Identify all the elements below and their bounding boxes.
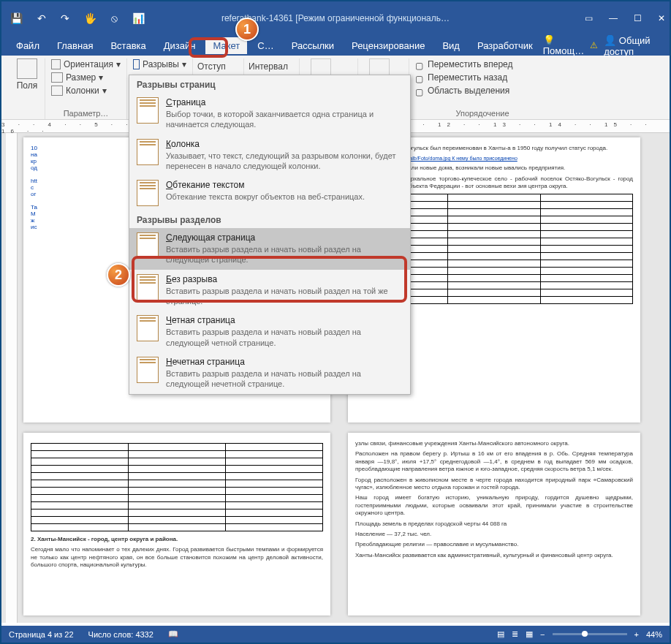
tab-file[interactable]: Файл: [9, 37, 47, 54]
break-continuous[interactable]: Без разрываВставить разрыв раздела и нач…: [129, 270, 410, 311]
status-word-count[interactable]: Число слов: 4332: [88, 630, 153, 639]
size-button[interactable]: Размер ▾: [50, 72, 122, 83]
break-even-page[interactable]: Четная страницаВставить разрыв раздела и…: [129, 311, 410, 352]
table: [31, 443, 323, 531]
minimize-icon[interactable]: —: [609, 13, 618, 23]
group-page-setup: Параметр…: [45, 109, 126, 118]
tab-developer[interactable]: Разработчик: [470, 37, 540, 54]
zoom-in-button[interactable]: +: [634, 630, 639, 639]
selection-pane-button: ▢Область выделения: [414, 85, 551, 96]
ribbon-tabs: Файл Главная Вставка Дизайн Макет С… Рас…: [1, 35, 670, 56]
maximize-icon[interactable]: ☐: [634, 13, 642, 23]
zoom-out-button[interactable]: −: [540, 630, 545, 639]
group-arrange: Упорядочение: [409, 109, 556, 118]
columns-button[interactable]: Колонки ▾: [50, 85, 122, 96]
selection-pane-icon: ▢: [415, 87, 425, 95]
continuous-break-icon: [137, 274, 159, 300]
view-print-icon[interactable]: ≣: [512, 629, 518, 639]
tab-design[interactable]: Дизайн: [156, 37, 203, 54]
send-backward-button: ▢Переместить назад: [414, 72, 551, 83]
break-text-wrapping[interactable]: Обтекание текстомОбтекание текста вокруг…: [129, 175, 410, 211]
orientation-button[interactable]: Ориентация ▾: [50, 58, 122, 70]
touch-icon[interactable]: 🖐: [84, 12, 96, 25]
save-icon[interactable]: 💾: [10, 12, 23, 25]
tab-review[interactable]: Рецензирование: [344, 37, 432, 54]
margins-label: Поля: [17, 80, 38, 91]
tell-me[interactable]: 💡 Помощ…: [543, 34, 584, 56]
text-wrap-break-icon: [137, 180, 159, 206]
zoom-level[interactable]: 44%: [646, 630, 662, 639]
zoom-slider[interactable]: [553, 633, 627, 635]
break-next-page[interactable]: Следующая страницаВставить разрыв раздел…: [129, 228, 410, 270]
break-page[interactable]: ССтраницатраницаВыбор точки, в которой з…: [129, 93, 410, 135]
close-icon[interactable]: ✕: [658, 13, 665, 23]
badge-2: 2: [107, 263, 130, 287]
title-bar: 💾 ↶ ↷ 🖐 ⦸ 📊 referatbank-14361 [Режим огр…: [1, 1, 670, 35]
page-bottom-left: 2. Ханты-Мансийск - город, центр округа …: [23, 433, 330, 615]
tab-home[interactable]: Главная: [50, 37, 100, 54]
status-page[interactable]: Страница 4 из 22: [9, 630, 74, 639]
breaks-button[interactable]: Разрывы ▾: [132, 58, 188, 70]
column-break-icon: [137, 139, 159, 165]
margins-button[interactable]: Поля: [10, 58, 44, 91]
chart-icon[interactable]: 📊: [132, 12, 145, 25]
dropdown-section-page-breaks: Разрывы страниц: [129, 75, 410, 93]
window-controls: ▭ — ☐ ✕: [585, 13, 665, 23]
margins-icon: [17, 58, 37, 79]
badge-1: 1: [235, 18, 259, 41]
status-book-icon[interactable]: 📖: [168, 629, 178, 639]
stop-icon[interactable]: ⦸: [111, 12, 118, 25]
vertical-ruler[interactable]: [6, 133, 18, 623]
undo-icon[interactable]: ↶: [37, 12, 46, 25]
share-button[interactable]: 👤 Общий доступ: [604, 34, 662, 57]
redo-icon[interactable]: ↷: [61, 12, 69, 25]
quick-access-toolbar: 💾 ↶ ↷ 🖐 ⦸ 📊: [6, 12, 145, 25]
breaks-dropdown: Разрывы страниц ССтраницатраницаВыбор то…: [129, 75, 411, 395]
spacing-label: Интервал: [249, 61, 295, 72]
bring-forward-button: ▢Переместить вперед: [414, 58, 551, 70]
size-icon: [51, 72, 63, 83]
warning-icon[interactable]: ⚠: [590, 40, 598, 50]
status-bar: Страница 4 из 22 Число слов: 4332 📖 ▤ ≣ …: [1, 626, 670, 643]
break-odd-page[interactable]: Нечетная страницаВставить разрыв раздела…: [129, 352, 410, 394]
page-break-icon: [137, 97, 159, 124]
ribbon-options-icon[interactable]: ▭: [585, 13, 593, 23]
tab-references[interactable]: С…: [250, 37, 281, 54]
breaks-icon: [133, 59, 140, 69]
page-bottom-right: узлы связи, финансовые учреждения Ханты-…: [348, 433, 640, 615]
indent-label: Отступ: [197, 61, 239, 72]
bring-forward-icon: ▢: [415, 61, 425, 69]
view-web-icon[interactable]: ▦: [526, 629, 533, 639]
send-backward-icon: ▢: [415, 74, 425, 82]
next-page-break-icon: [137, 232, 159, 259]
columns-icon: [51, 86, 63, 96]
break-column[interactable]: КолонкаУказывает, что текст, следующий з…: [129, 135, 410, 176]
view-read-icon[interactable]: ▤: [497, 629, 504, 639]
tab-insert[interactable]: Вставка: [103, 37, 153, 54]
odd-page-break-icon: [137, 357, 159, 383]
even-page-break-icon: [137, 315, 159, 341]
tab-mailings[interactable]: Рассылки: [284, 37, 341, 54]
tab-view[interactable]: Вид: [435, 37, 467, 54]
dropdown-section-section-breaks: Разрывы разделов: [129, 211, 410, 228]
orientation-icon: [51, 59, 61, 69]
